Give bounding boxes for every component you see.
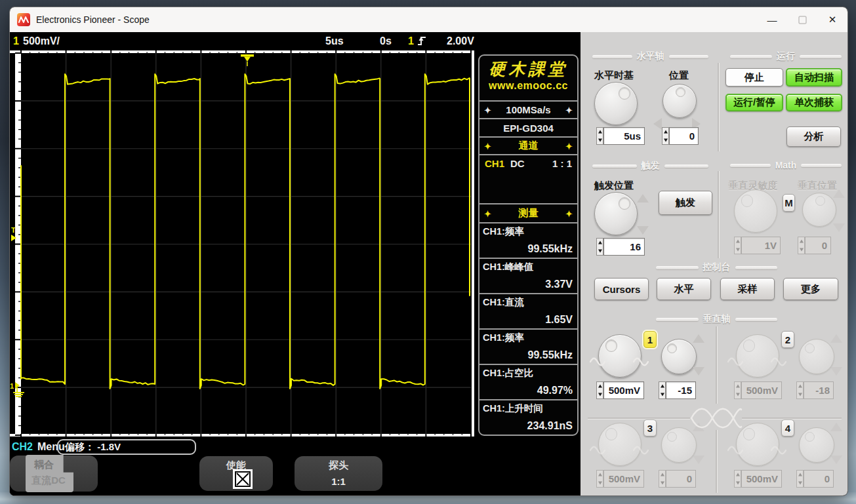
close-button[interactable]: ✕ <box>817 7 847 32</box>
probe-button[interactable]: 探头 1:1 <box>295 456 382 491</box>
spinner-arrows[interactable] <box>596 381 603 399</box>
knob-indicator <box>676 87 685 97</box>
run-pause-button[interactable]: 运行/暂停 <box>725 94 783 111</box>
console-button-more[interactable]: 更多 <box>783 278 838 300</box>
measurement-cell: CH1:占空比 49.97% <box>479 364 577 399</box>
spinner-arrows[interactable] <box>734 470 741 488</box>
maximize-button[interactable] <box>787 7 817 32</box>
spinner-arrows[interactable] <box>796 381 804 399</box>
stop-button[interactable]: 停止 <box>725 68 783 87</box>
header-bar <box>592 55 632 58</box>
measure-header: 测量 <box>519 207 539 220</box>
trigger-header: 触发 <box>642 160 660 172</box>
ch3-badge[interactable]: 3 <box>643 419 657 436</box>
ch3-sensitivity-knob[interactable] <box>598 423 642 466</box>
channel-info-row: CH1 DC 1 : 1 <box>479 154 577 171</box>
offset-field[interactable]: 偏移： -1.8V <box>57 439 196 455</box>
knob-indicator <box>741 195 754 207</box>
h-position-spinner-field[interactable]: 0 <box>669 127 699 145</box>
ch1-sensitivity-field[interactable]: 500mV <box>603 381 644 399</box>
model-value: EPI-GD304 <box>503 123 554 134</box>
ch1-ground-marker: 1 <box>10 382 24 397</box>
ch3-sensitivity-field[interactable]: 500mV <box>603 470 644 488</box>
measurement-value: 49.97% <box>537 385 573 397</box>
timebase-spinner-field[interactable]: 5us <box>603 127 645 145</box>
h-position-knob[interactable] <box>662 84 697 118</box>
channel-menu-bar: CH2Menu 偏移： -1.8V 耦合 直流DC 使能 探头 1:1 <box>10 436 579 495</box>
spinner-arrows[interactable] <box>734 237 741 254</box>
trigger-position-spinner-field[interactable]: 16 <box>603 238 645 256</box>
knob-indicator <box>619 197 631 210</box>
enable-button[interactable]: 使能 <box>199 456 273 491</box>
ch2-sensitivity-knob[interactable] <box>736 334 779 378</box>
h-position-left-arrow[interactable] <box>653 118 662 130</box>
ch2-position-knob[interactable] <box>799 339 834 374</box>
console-button-horizontal[interactable]: 水平 <box>657 278 711 300</box>
measurement-value: 99.55kHz <box>528 349 573 361</box>
ch2-sensitivity-field[interactable]: 500mV <box>741 381 782 399</box>
trigger-down-arrow[interactable] <box>637 226 649 235</box>
auto-scan-button[interactable]: 自动扫描 <box>786 68 842 87</box>
ch2-sensitivity-spinner: 500mV <box>734 381 782 399</box>
math-badge: M <box>783 194 795 212</box>
ch1-badge[interactable]: 1 <box>643 331 657 348</box>
ch1-sensitivity-spinner: 500mV <box>596 381 644 399</box>
app-logo-icon <box>17 13 30 26</box>
ch3-position-knob[interactable] <box>661 427 697 463</box>
header-bar <box>664 165 709 168</box>
spinner-arrows[interactable] <box>596 238 603 256</box>
math-sensitivity-knob[interactable] <box>734 189 777 233</box>
spinner-arrows[interactable] <box>596 470 603 488</box>
math-sensitivity-spinner: 1V <box>734 237 781 254</box>
analyze-button[interactable]: 分析 <box>786 126 841 147</box>
spinner-arrows[interactable] <box>734 381 741 399</box>
wave-decoration <box>690 404 743 432</box>
spinner-arrows[interactable] <box>659 470 666 488</box>
ch4-position-knob[interactable] <box>799 427 834 463</box>
math-position-knob[interactable] <box>802 193 836 227</box>
trigger-button[interactable]: 触发 <box>659 191 712 215</box>
ch2-position-field[interactable]: -18 <box>804 381 834 399</box>
ch2-badge[interactable]: 2 <box>781 331 794 348</box>
single-capture-button[interactable]: 单次捕获 <box>786 94 842 111</box>
math-position-spinner: 0 <box>798 237 831 254</box>
status-h-offset: 0s <box>380 35 392 47</box>
coupling-label: 耦合 <box>24 459 64 471</box>
ch3-position-field[interactable]: 0 <box>666 470 696 488</box>
math-position-spinner-field[interactable]: 0 <box>805 237 831 254</box>
knob-indicator <box>815 196 825 206</box>
spinner-arrows[interactable] <box>798 237 805 254</box>
waveform-plot: T1 <box>10 50 474 436</box>
ch1-position-knob[interactable] <box>661 339 697 374</box>
ch1-down-arrow[interactable] <box>693 367 704 376</box>
svg-text:1: 1 <box>10 382 14 390</box>
measurement-value: 1.65V <box>545 314 573 326</box>
ch1-position-field[interactable]: -15 <box>666 381 696 399</box>
console-button-sampling[interactable]: 采样 <box>720 278 775 300</box>
star-icon: ✦ <box>484 141 491 151</box>
spinner-arrows[interactable] <box>796 470 804 488</box>
minimize-button[interactable]: — <box>757 7 787 32</box>
spinner-arrows[interactable] <box>659 381 666 399</box>
measurement-label: CH1:峰峰值 <box>483 261 533 273</box>
console-button-cursors[interactable]: Cursors <box>594 278 649 300</box>
trigger-position-knob[interactable] <box>594 192 638 235</box>
trigger-up-arrow[interactable] <box>637 194 649 203</box>
ch1-sensitivity-knob[interactable] <box>598 334 642 378</box>
ch4-position-spinner: 0 <box>796 470 834 488</box>
header-bar <box>735 318 778 321</box>
section-console: 控制台 <box>656 262 777 273</box>
spinner-arrows[interactable] <box>596 127 603 145</box>
ch4-position-field[interactable]: 0 <box>804 470 834 488</box>
timebase-knob[interactable] <box>594 82 638 125</box>
math-sensitivity-spinner-field[interactable]: 1V <box>741 237 781 254</box>
svg-text:T: T <box>11 226 16 234</box>
ch4-badge[interactable]: 4 <box>781 419 794 436</box>
enable-checkbox[interactable] <box>235 471 251 487</box>
ch3-down-arrow <box>693 456 704 464</box>
ch1-up-arrow[interactable] <box>693 334 704 343</box>
ch4-sensitivity-field[interactable]: 500mV <box>741 470 782 488</box>
spinner-arrows[interactable] <box>662 127 669 145</box>
measurement-cell: CH1:峰峰值 3.37V <box>479 258 577 293</box>
ch2-position-spinner: -18 <box>796 381 834 399</box>
